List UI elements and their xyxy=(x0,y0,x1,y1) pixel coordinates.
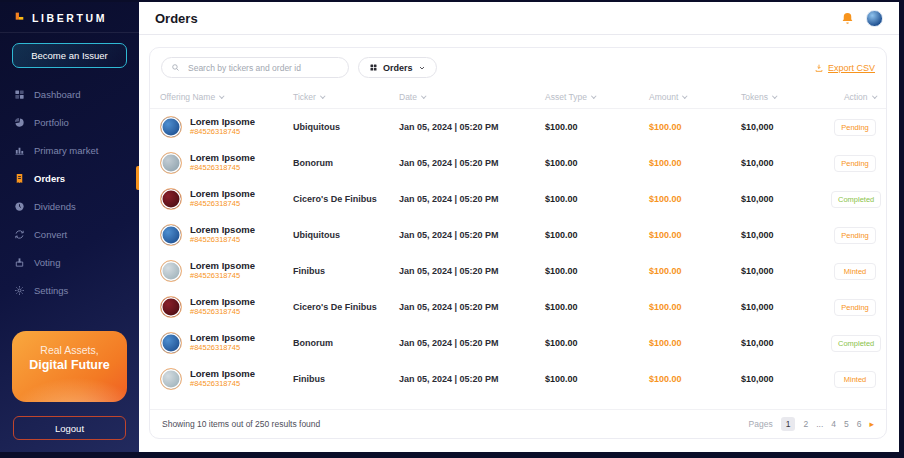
become-issuer-button[interactable]: Become an Issuer xyxy=(12,43,127,68)
pagination-next-icon[interactable]: ▸ xyxy=(869,419,874,429)
sort-caret-icon xyxy=(683,93,688,98)
action-cell: Minted xyxy=(831,371,876,388)
tokens: $10,000 xyxy=(741,374,831,384)
column-header-date[interactable]: Date xyxy=(399,92,545,102)
sort-caret-icon xyxy=(591,93,596,98)
sidebar-item-dashboard[interactable]: Dashboard xyxy=(0,80,139,108)
asset-type: $100.00 xyxy=(545,158,649,168)
order-date: Jan 05, 2024 | 05:20 PM xyxy=(399,338,545,348)
sidebar-item-portfolio[interactable]: Portfolio xyxy=(0,108,139,136)
notifications-bell-icon[interactable] xyxy=(840,11,855,26)
column-header-tokens[interactable]: Tokens xyxy=(741,92,831,102)
action-cell: Pending xyxy=(831,155,876,172)
page-button-1[interactable]: 1 xyxy=(781,417,796,431)
sort-caret-icon xyxy=(872,93,877,98)
status-badge[interactable]: Completed xyxy=(831,335,881,352)
promo-banner[interactable]: Real Assets, Digital Future xyxy=(12,331,127,402)
sidebar-item-settings[interactable]: Settings xyxy=(0,276,139,304)
results-summary: Showing 10 items out of 250 results foun… xyxy=(162,419,320,429)
amount: $100.00 xyxy=(649,194,741,204)
status-badge[interactable]: Minted xyxy=(834,371,876,388)
sidebar-nav: Dashboard Portfolio Primary market Order… xyxy=(0,80,139,304)
asset-type: $100.00 xyxy=(545,266,649,276)
table-footer: Showing 10 items out of 250 results foun… xyxy=(150,409,886,438)
main-area: Orders xyxy=(139,2,899,452)
convert-arrows-icon xyxy=(14,229,25,240)
ticker: Ubiquitous xyxy=(293,122,399,132)
status-badge[interactable]: Pending xyxy=(834,299,876,316)
offering-avatar xyxy=(160,368,182,390)
sort-caret-icon xyxy=(772,93,777,98)
offering-name: Lorem Ipsome xyxy=(190,260,255,271)
orders-filter-dropdown[interactable]: Orders xyxy=(358,57,437,78)
order-id: #84526318745 xyxy=(190,307,255,318)
status-badge[interactable]: Pending xyxy=(834,119,876,136)
order-date: Jan 05, 2024 | 05:20 PM xyxy=(399,230,545,240)
sort-caret-icon xyxy=(320,93,325,98)
sidebar-item-voting[interactable]: Voting xyxy=(0,248,139,276)
offering-cell: Lorem Ipsome #84526318745 xyxy=(160,296,293,318)
column-header-asset-type[interactable]: Asset Type xyxy=(545,92,649,102)
voting-ballot-icon xyxy=(14,257,25,268)
table-row[interactable]: Lorem Ipsome #84526318745 Bonorum Jan 05… xyxy=(150,145,886,181)
status-badge[interactable]: Minted xyxy=(834,263,876,280)
offering-name: Lorem Ipsome xyxy=(190,116,255,127)
asset-type: $100.00 xyxy=(545,122,649,132)
sidebar-item-orders[interactable]: Orders xyxy=(0,164,139,192)
status-badge[interactable]: Pending xyxy=(834,227,876,244)
tokens: $10,000 xyxy=(741,230,831,240)
action-cell: Pending xyxy=(831,119,876,136)
page-title: Orders xyxy=(155,11,198,26)
table-row[interactable]: Lorem Ipsome #84526318745 Finibus Jan 05… xyxy=(150,253,886,289)
status-badge[interactable]: Pending xyxy=(834,155,876,172)
offering-name: Lorem Ipsome xyxy=(190,152,255,163)
offering-avatar xyxy=(160,224,182,246)
order-date: Jan 05, 2024 | 05:20 PM xyxy=(399,266,545,276)
table-row[interactable]: Lorem Ipsome #84526318745 Cicero's De Fi… xyxy=(150,181,886,217)
pagination: Pages12...456▸ xyxy=(749,417,874,431)
ticker: Bonorum xyxy=(293,158,399,168)
table-row[interactable]: Lorem Ipsome #84526318745 Finibus Jan 05… xyxy=(150,361,886,397)
offering-avatar xyxy=(160,296,182,318)
table-row[interactable]: Lorem Ipsome #84526318745 Cicero's De Fi… xyxy=(150,289,886,325)
order-date: Jan 05, 2024 | 05:20 PM xyxy=(399,194,545,204)
page-button-2[interactable]: 2 xyxy=(803,419,808,429)
tokens: $10,000 xyxy=(741,158,831,168)
page-button-4[interactable]: 4 xyxy=(831,419,836,429)
promo-line1: Real Assets, xyxy=(18,344,121,356)
column-header-amount[interactable]: Amount xyxy=(649,92,741,102)
ticker: Finibus xyxy=(293,266,399,276)
user-avatar[interactable] xyxy=(866,10,883,27)
offering-avatar xyxy=(160,260,182,282)
sidebar-item-convert[interactable]: Convert xyxy=(0,220,139,248)
asset-type: $100.00 xyxy=(545,194,649,204)
gear-icon xyxy=(14,285,25,296)
offering-cell: Lorem Ipsome #84526318745 xyxy=(160,188,293,210)
offering-name: Lorem Ipsome xyxy=(190,188,255,199)
order-id: #84526318745 xyxy=(190,235,255,246)
grid-icon xyxy=(369,63,378,72)
offering-avatar xyxy=(160,116,182,138)
portfolio-pie-icon xyxy=(14,117,25,128)
column-header-ticker[interactable]: Ticker xyxy=(293,92,399,102)
table-row[interactable]: Lorem Ipsome #84526318745 Ubiquitous Jan… xyxy=(150,109,886,145)
table-row[interactable]: Lorem Ipsome #84526318745 Ubiquitous Jan… xyxy=(150,217,886,253)
offering-name: Lorem Ipsome xyxy=(190,368,255,379)
app-window: LIBERTUM Become an Issuer Dashboard Port… xyxy=(0,0,904,458)
status-badge[interactable]: Completed xyxy=(831,191,881,208)
sidebar-item-primary-market[interactable]: Primary market xyxy=(0,136,139,164)
page-button-6[interactable]: 6 xyxy=(857,419,862,429)
order-id: #84526318745 xyxy=(190,163,255,174)
search-input[interactable] xyxy=(186,62,339,74)
page-button-5[interactable]: 5 xyxy=(844,419,849,429)
export-csv-link[interactable]: Export CSV xyxy=(814,63,875,73)
offering-cell: Lorem Ipsome #84526318745 xyxy=(160,116,293,138)
column-header-action[interactable]: Action xyxy=(831,92,876,102)
ticker: Cicero's De Finibus xyxy=(293,194,399,204)
table-row[interactable]: Lorem Ipsome #84526318745 Bonorum Jan 05… xyxy=(150,325,886,361)
column-header-offering-name[interactable]: Offering Name xyxy=(160,92,293,102)
tokens: $10,000 xyxy=(741,194,831,204)
sidebar-item-dividends[interactable]: Dividends xyxy=(0,192,139,220)
logout-button[interactable]: Logout xyxy=(13,416,126,440)
search-box[interactable] xyxy=(161,57,349,78)
